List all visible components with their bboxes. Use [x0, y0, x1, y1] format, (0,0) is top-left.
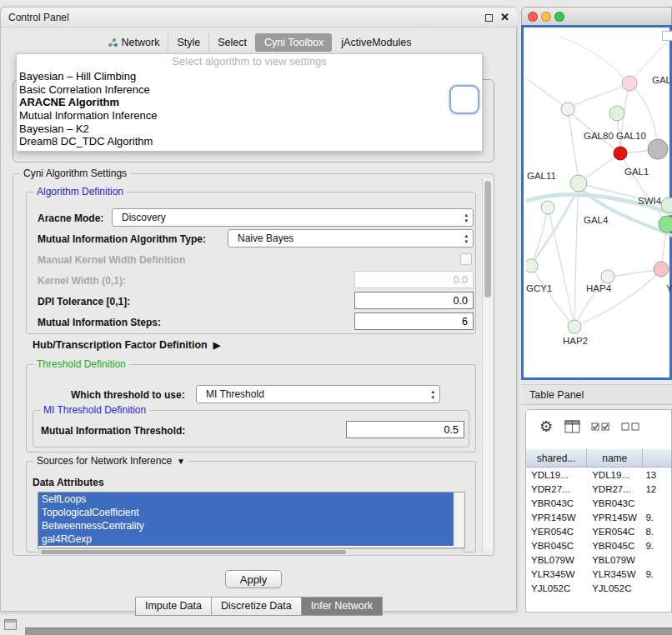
network-edge[interactable] — [526, 78, 568, 109]
mi-type-select[interactable]: Naive Bayes ▴▾ — [228, 229, 474, 248]
node-label: HAP2 — [563, 336, 588, 346]
network-window-titlebar[interactable] — [521, 7, 672, 25]
node-label: GAL11 — [527, 171, 556, 181]
hub-transcription-factor-section[interactable]: Hub/Transcription Factor Definition ▶ — [33, 339, 220, 351]
list-vertical-scrollbar[interactable] — [454, 492, 464, 548]
table-row[interactable]: YBR043CYBR043C — [526, 496, 671, 510]
zoom-traffic-light[interactable] — [554, 12, 564, 22]
kernel-width-input[interactable]: 0.0 — [354, 271, 474, 288]
apply-button[interactable]: Apply — [225, 570, 282, 588]
table-row[interactable]: YBL079WYBL079W — [526, 552, 671, 567]
algorithm-option[interactable]: ARACNE Algorithm — [17, 96, 482, 109]
network-node[interactable] — [541, 201, 554, 214]
column-selector-icon[interactable] — [564, 420, 581, 434]
network-edge[interactable] — [608, 269, 661, 277]
tab-impute-data[interactable]: Impute Data — [135, 597, 212, 616]
network-node[interactable] — [526, 259, 538, 272]
close-traffic-light[interactable] — [528, 12, 538, 22]
network-node[interactable] — [561, 102, 574, 116]
mi-threshold-input[interactable]: 0.5 — [346, 421, 464, 438]
table-cell — [643, 496, 671, 510]
data-attributes-list[interactable]: SelfLoopsTopologicalCoefficientBetweenne… — [38, 492, 465, 548]
network-node[interactable] — [648, 139, 668, 159]
sources-group-title-row[interactable]: Sources for Network Inference ▼ — [33, 455, 188, 467]
minimized-window-icon[interactable] — [4, 619, 17, 630]
manual-kernel-checkbox[interactable] — [460, 253, 472, 265]
attribute-list-item[interactable]: gal4RGexp — [38, 532, 454, 546]
table-row[interactable]: YBR045CYBR045C9. — [526, 538, 671, 552]
table-row[interactable]: YPR145WYPR145W9. — [526, 510, 671, 524]
column-header-extra[interactable] — [643, 449, 671, 467]
control-panel-titlebar[interactable]: Control Panel ✕ — [1, 8, 518, 28]
tab-jactivemodules[interactable]: jActiveModules — [332, 33, 419, 52]
network-edge[interactable] — [559, 37, 629, 83]
network-scroll-corner — [662, 31, 672, 41]
mi-steps-input[interactable]: 6 — [354, 312, 474, 330]
deselect-all-icon[interactable] — [621, 422, 641, 432]
tab-network[interactable]: Network — [99, 33, 168, 52]
mi-steps-value: 6 — [462, 316, 468, 328]
scrollbar-thumb[interactable] — [41, 550, 346, 554]
attribute-list-item[interactable]: TopologicalCoefficient — [38, 506, 454, 519]
bottom-divider-bar[interactable] — [25, 628, 672, 635]
table-row[interactable]: YER054CYER054C8. — [526, 524, 671, 538]
algorithm-option[interactable]: Basic Correlation Inference — [17, 83, 482, 97]
network-edge[interactable] — [531, 208, 548, 266]
column-header-shared[interactable]: shared... — [526, 449, 587, 467]
table-header-row: shared... name — [526, 449, 671, 468]
dpi-tolerance-input[interactable]: 0.0 — [354, 292, 474, 309]
algorithm-combo-focus-button[interactable] — [449, 85, 479, 114]
network-node[interactable] — [614, 147, 627, 160]
algorithm-option[interactable]: Mutual Information Inference — [17, 109, 482, 122]
network-canvas[interactable]: GALGAL80GAL10GAL11GAL1SWI4GAL4GCY1HAP4YH… — [526, 30, 672, 380]
network-edge[interactable] — [574, 183, 579, 327]
network-node[interactable] — [601, 270, 614, 283]
network-edge[interactable] — [568, 109, 579, 183]
table-row[interactable]: YDR27...YDR27...12 — [526, 482, 671, 496]
table-panel-titlebar[interactable]: Table Panel — [521, 384, 672, 405]
network-node[interactable] — [622, 76, 637, 91]
network-node[interactable] — [570, 175, 587, 192]
network-edge[interactable] — [548, 208, 574, 327]
network-edge[interactable] — [568, 83, 629, 109]
node-label: GAL10 — [616, 131, 646, 141]
tab-discretize-data[interactable]: Discretize Data — [211, 597, 302, 616]
node-label: GAL80 — [584, 131, 614, 141]
network-edge[interactable] — [620, 153, 667, 224]
float-window-icon[interactable] — [485, 14, 493, 22]
select-all-icon[interactable] — [591, 422, 611, 432]
algorithm-option[interactable]: Dream8 DC_TDC Algorithm — [17, 135, 482, 148]
network-node[interactable] — [609, 106, 624, 121]
gear-icon[interactable]: ⚙ — [539, 418, 553, 436]
aracne-mode-select[interactable]: Discovery ▴▾ — [112, 208, 474, 227]
settings-scrollbar[interactable] — [482, 178, 493, 551]
attribute-list-item[interactable]: BetweennessCentrality — [38, 519, 454, 532]
attribute-list-item[interactable]: SelfLoops — [38, 492, 454, 506]
table-row[interactable]: YLR345WYLR345W9. — [526, 567, 671, 581]
scrollbar-thumb[interactable] — [484, 181, 491, 298]
tab-select[interactable]: Select — [208, 33, 255, 52]
table-panel-window: ⚙ shared... name YDL19...YDL19...13YDR2 — [525, 409, 672, 612]
algorithm-option[interactable]: Bayesian – Hill Climbing — [17, 70, 482, 83]
tab-cyni-toolbox[interactable]: Cyni Toolbox — [255, 33, 332, 52]
list-horizontal-scrollbar[interactable] — [38, 548, 464, 556]
network-node[interactable] — [659, 216, 672, 232]
tab-infer-network[interactable]: Infer Network — [301, 597, 383, 616]
collapse-down-icon[interactable]: ▼ — [177, 457, 185, 466]
threshold-select[interactable]: MI Threshold ▴▾ — [196, 385, 440, 403]
minimize-traffic-light[interactable] — [541, 12, 551, 22]
column-header-name[interactable]: name — [587, 449, 643, 467]
table-row[interactable]: YJL052CYJL052C — [526, 581, 671, 595]
data-attributes-items: SelfLoopsTopologicalCoefficientBetweenne… — [38, 492, 464, 546]
algorithm-option[interactable]: Bayesian – K2 — [17, 122, 482, 136]
tab-style[interactable]: Style — [168, 33, 208, 52]
close-window-icon[interactable]: ✕ — [500, 11, 509, 23]
network-node[interactable] — [661, 198, 672, 212]
window-title: Control Panel — [8, 12, 69, 23]
table-row[interactable]: YDL19...YDL19...13 — [526, 468, 671, 482]
table-cell: 13 — [643, 468, 671, 482]
network-node[interactable] — [568, 320, 581, 333]
network-node[interactable] — [654, 262, 669, 277]
expand-right-icon[interactable]: ▶ — [213, 340, 220, 351]
network-edge[interactable] — [574, 269, 661, 327]
